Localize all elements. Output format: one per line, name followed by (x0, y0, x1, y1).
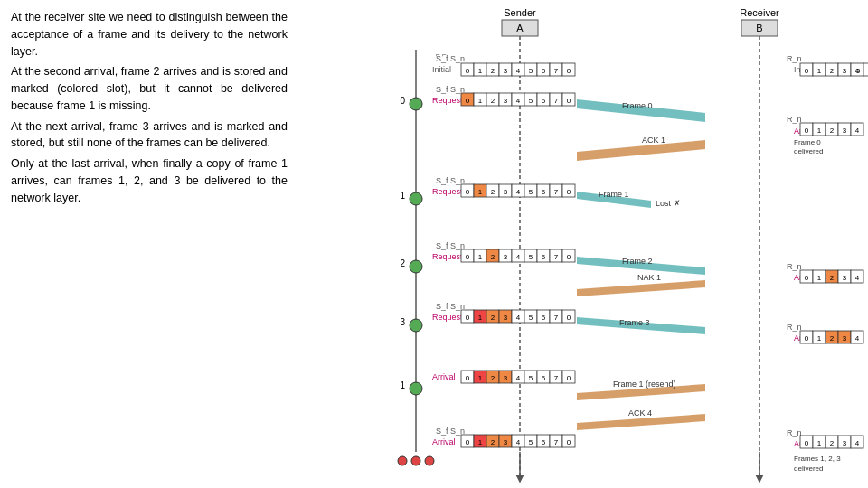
svg-text:0: 0 (567, 188, 571, 196)
event-1-label: 1 (400, 191, 405, 201)
svg-text:3: 3 (504, 314, 508, 322)
svg-text:5: 5 (856, 67, 861, 75)
svg-text:4: 4 (855, 127, 860, 135)
paragraph-2: At the second arrival, frame 2 arrives a… (11, 63, 288, 114)
svg-text:0: 0 (466, 438, 470, 446)
ack1-label: ACK 1 (642, 136, 665, 145)
diagram-panel: Sender A Receiver B 0 1 2 3 1 (298, 0, 868, 488)
event-2-dot (410, 260, 422, 273)
svg-text:0: 0 (466, 97, 470, 105)
svg-text:S_f  S_n: S_f S_n (436, 241, 465, 250)
ack1-arrow (577, 140, 705, 161)
svg-text:0: 0 (567, 374, 571, 382)
svg-rect-29 (863, 63, 868, 76)
svg-text:1: 1 (817, 67, 822, 75)
svg-text:R_n: R_n (787, 262, 802, 271)
svg-text:7: 7 (554, 314, 559, 322)
request-label-0: Request (432, 96, 463, 105)
rn-label-initial: R_n (787, 54, 802, 63)
receiver-window-arr2: 0 1 2 3 4 (800, 270, 863, 283)
svg-text:4: 4 (855, 274, 860, 282)
svg-text:1: 1 (478, 253, 483, 261)
svg-text:7: 7 (554, 374, 559, 382)
event-resend-dot (410, 382, 422, 395)
svg-text:5: 5 (529, 374, 533, 382)
svg-text:0: 0 (805, 439, 809, 447)
svg-text:4: 4 (855, 334, 860, 343)
svg-text:⌐   ⌐: ⌐ ⌐ (436, 51, 447, 59)
frame1-label: Frame 1 (599, 190, 629, 199)
receiver-window-arr3: 0 1 2 3 4 (800, 331, 863, 343)
svg-text:1: 1 (817, 274, 822, 282)
svg-text:3: 3 (504, 374, 508, 382)
paragraph-3: At the next arrival, frame 3 arrives and… (11, 118, 288, 153)
svg-text:2: 2 (491, 314, 495, 322)
nak1-label: NAK 1 (637, 273, 661, 282)
node-a-label: A (516, 23, 524, 33)
svg-text:2: 2 (491, 67, 495, 75)
svg-text:0: 0 (466, 314, 470, 322)
svg-text:S_f  S_n: S_f S_n (436, 427, 465, 436)
svg-text:6: 6 (542, 314, 546, 322)
svg-text:3: 3 (504, 67, 508, 75)
svg-text:0: 0 (567, 438, 571, 446)
sender-window-resend: 0 1 2 3 4 5 6 7 0 (461, 371, 575, 383)
svg-text:3: 3 (504, 188, 508, 196)
svg-text:6: 6 (542, 253, 546, 261)
svg-text:1: 1 (478, 438, 483, 446)
sender-window-3: 0 1 2 3 4 5 6 7 0 (461, 310, 575, 323)
frame2-label: Frame 2 (622, 257, 653, 266)
svg-text:1: 1 (817, 334, 822, 343)
svg-text:3: 3 (843, 334, 847, 343)
svg-text:1: 1 (478, 374, 483, 382)
sender-window-2: 0 1 2 3 4 5 6 7 0 (461, 249, 575, 262)
svg-text:5: 5 (529, 438, 533, 446)
svg-text:5: 5 (529, 97, 533, 105)
svg-text:5: 5 (529, 67, 533, 75)
svg-text:2: 2 (830, 439, 835, 447)
event-1-dot (410, 192, 422, 205)
svg-text:3: 3 (843, 439, 847, 447)
svg-text:5: 5 (529, 314, 533, 322)
bottom-dot-3 (425, 456, 434, 465)
paragraph-4: Only at the last arrival, when finally a… (11, 155, 288, 206)
svg-text:6: 6 (542, 374, 546, 382)
rn-label-arr0: R_n (787, 115, 802, 124)
svg-text:0: 0 (567, 97, 571, 105)
svg-text:2: 2 (491, 438, 495, 446)
svg-text:6: 6 (542, 438, 546, 446)
request-label-1: Request (432, 187, 463, 196)
lost-label: Lost ✗ (656, 199, 681, 208)
svg-text:4: 4 (516, 438, 521, 446)
event-2-label: 2 (400, 258, 405, 268)
initial-label-left: Initial (432, 65, 451, 74)
svg-text:3: 3 (504, 438, 508, 446)
svg-text:4: 4 (516, 374, 521, 382)
svg-text:4: 4 (516, 188, 521, 196)
svg-text:1: 1 (478, 97, 483, 105)
receiver-label: Receiver (740, 7, 779, 18)
svg-text:7: 7 (554, 97, 559, 105)
sender-label: Sender (504, 7, 536, 18)
svg-text:0: 0 (805, 274, 809, 282)
svg-text:3: 3 (843, 127, 847, 135)
svg-text:2: 2 (491, 374, 495, 382)
request-label-2: Request (432, 252, 463, 261)
sender-window-final: 0 1 2 3 4 5 6 7 0 (461, 435, 575, 447)
svg-text:4: 4 (516, 253, 521, 261)
event-0-label: 0 (400, 96, 405, 106)
event-resend-label: 1 (400, 380, 405, 390)
svg-text:0: 0 (805, 67, 809, 75)
frame3-label: Frame 3 (619, 318, 650, 327)
svg-text:2: 2 (491, 97, 495, 105)
sender-window-0: 0 1 2 3 4 5 6 7 0 (461, 93, 575, 106)
svg-text:1: 1 (817, 127, 822, 135)
svg-text:0: 0 (567, 67, 571, 75)
svg-text:5: 5 (529, 188, 533, 196)
svg-text:2: 2 (830, 334, 835, 343)
svg-text:0: 0 (466, 67, 470, 75)
svg-text:R_n: R_n (787, 323, 802, 332)
svg-text:Frame 0: Frame 0 (794, 138, 821, 146)
event-3-dot (410, 319, 422, 332)
svg-text:delivered: delivered (794, 465, 823, 473)
